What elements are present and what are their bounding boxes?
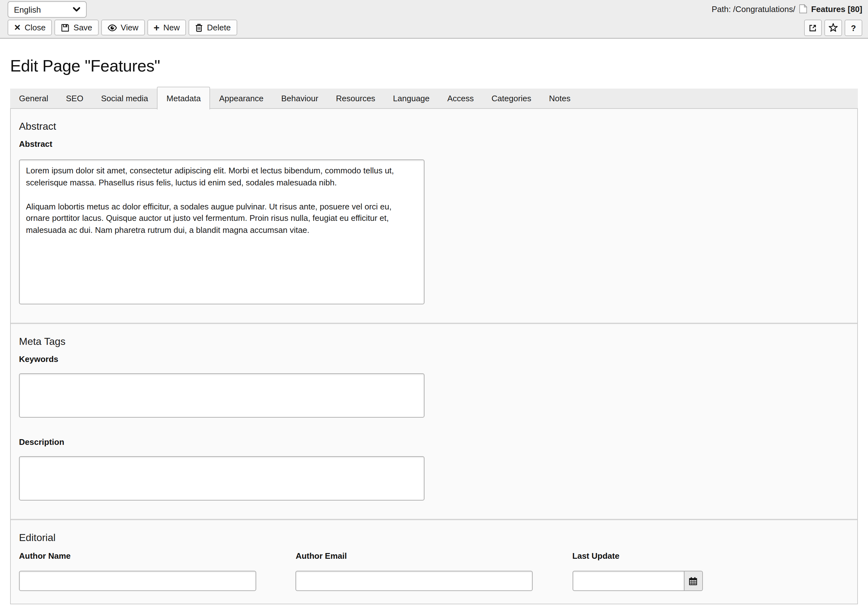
author-email-field-group: Author Email: [296, 552, 572, 591]
close-button-label: Close: [25, 23, 46, 32]
open-in-new-window-button[interactable]: [804, 20, 822, 36]
close-button[interactable]: ✕ Close: [8, 20, 52, 36]
last-update-label: Last Update: [572, 552, 849, 560]
meta-tags-section: Meta Tags Keywords Description: [11, 323, 857, 519]
keywords-field-label: Keywords: [19, 355, 849, 364]
abstract-textarea[interactable]: Lorem ipsum dolor sit amet, consectetur …: [19, 160, 425, 304]
last-update-field-group: Last Update: [572, 552, 849, 591]
calendar-icon: [688, 576, 698, 586]
tab-bar: General SEO Social media Metadata Appear…: [10, 88, 858, 108]
abstract-section: Abstract Abstract Lorem ipsum dolor sit …: [11, 109, 857, 323]
path-label: Path: /Congratulations/: [712, 4, 795, 14]
abstract-field-label: Abstract: [19, 140, 849, 149]
description-field-label: Description: [19, 438, 849, 447]
new-button[interactable]: + New: [147, 20, 186, 36]
help-icon: ?: [851, 23, 856, 33]
tab-seo[interactable]: SEO: [57, 88, 92, 108]
last-update-input-group: [572, 571, 849, 591]
keywords-textarea[interactable]: [19, 373, 425, 418]
record-path: Path: /Congratulations/ Features [80]: [712, 4, 862, 14]
external-link-icon: [809, 23, 817, 32]
metadata-tab-panel: Abstract Abstract Lorem ipsum dolor sit …: [10, 108, 858, 604]
author-name-input[interactable]: [19, 571, 256, 591]
save-button[interactable]: Save: [54, 20, 98, 36]
star-icon: [828, 23, 838, 33]
page-edit-view: English ✕ Close Save: [0, 0, 868, 610]
editorial-section: Editorial Author Name Author Email Last …: [11, 519, 857, 604]
page-title: Edit Page "Features": [10, 56, 868, 75]
plus-icon: +: [154, 22, 160, 33]
language-select[interactable]: English: [8, 1, 87, 18]
bookmark-button[interactable]: [825, 20, 842, 36]
editorial-fields-row: Author Name Author Email Last Update: [19, 552, 849, 591]
author-email-label: Author Email: [296, 552, 572, 560]
new-button-label: New: [163, 23, 180, 32]
tab-notes[interactable]: Notes: [540, 88, 580, 108]
tab-access[interactable]: Access: [439, 88, 483, 108]
abstract-section-heading: Abstract: [19, 120, 849, 132]
header-icon-buttons: ?: [804, 20, 862, 36]
help-button[interactable]: ?: [845, 20, 862, 36]
view-button[interactable]: View: [101, 20, 145, 36]
chevron-down-icon: [73, 7, 81, 12]
toolbar: ✕ Close Save: [8, 20, 237, 36]
tab-behaviour[interactable]: Behaviour: [272, 88, 327, 108]
record-title: Features [80]: [811, 4, 862, 14]
save-button-label: Save: [73, 23, 92, 32]
tab-social-media[interactable]: Social media: [92, 88, 157, 108]
view-eye-icon: [107, 24, 117, 31]
page-doc-icon: [799, 4, 807, 14]
author-name-field-group: Author Name: [19, 552, 296, 591]
author-email-input[interactable]: [296, 571, 533, 591]
delete-button[interactable]: Delete: [189, 20, 237, 36]
save-icon: [61, 23, 70, 32]
tab-metadata[interactable]: Metadata: [157, 87, 210, 109]
close-icon: ✕: [14, 23, 21, 32]
trash-icon: [195, 23, 203, 32]
date-picker-button[interactable]: [684, 571, 702, 591]
tab-language[interactable]: Language: [384, 88, 439, 108]
tab-appearance[interactable]: Appearance: [210, 88, 272, 108]
doc-header: English ✕ Close Save: [0, 0, 868, 39]
view-button-label: View: [121, 23, 138, 32]
last-update-input[interactable]: [572, 571, 684, 591]
tab-categories[interactable]: Categories: [483, 88, 540, 108]
delete-button-label: Delete: [207, 23, 231, 32]
tab-resources[interactable]: Resources: [327, 88, 384, 108]
language-select-value: English: [14, 5, 41, 14]
editorial-section-heading: Editorial: [19, 532, 849, 543]
meta-tags-section-heading: Meta Tags: [19, 335, 849, 348]
author-name-label: Author Name: [19, 552, 296, 560]
tab-general[interactable]: General: [10, 88, 57, 108]
description-textarea[interactable]: [19, 456, 425, 501]
